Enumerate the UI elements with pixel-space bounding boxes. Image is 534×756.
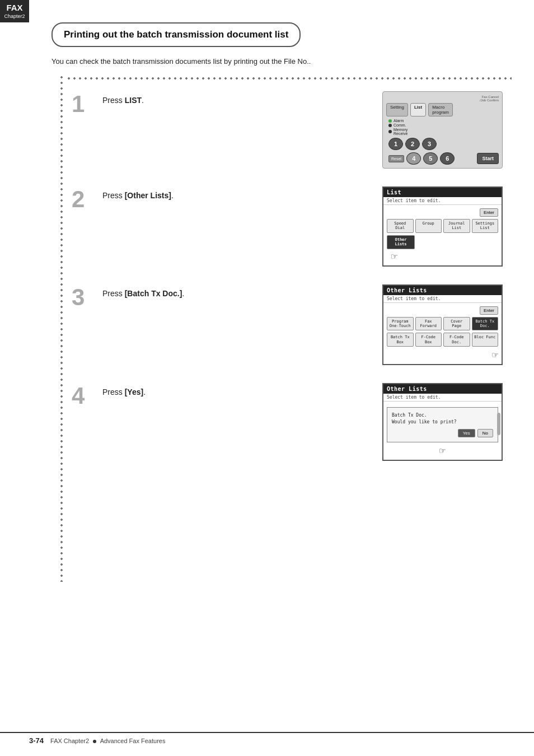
list-screen: List Select item to edit. Enter Speed Di… bbox=[382, 186, 503, 267]
list-button[interactable]: List bbox=[410, 103, 426, 116]
other-lists-btn[interactable]: OtherLists bbox=[387, 235, 415, 249]
page-title: Printing out the batch transmission docu… bbox=[64, 29, 288, 40]
other-lists-row2: Batch TxBox F-Code Box F-CodeDoc. Bloc F… bbox=[387, 333, 498, 347]
other-lists-subtitle: Select item to edit. bbox=[383, 295, 502, 303]
step-4-screenshot: Other Lists Select item to edit. Batch T… bbox=[382, 383, 503, 461]
scrollbar[interactable] bbox=[497, 413, 500, 435]
step-4-key: [Yes] bbox=[125, 388, 143, 396]
macro-program-button[interactable]: Macroprogram bbox=[428, 103, 453, 116]
confirm-dialog-buttons: Yes No bbox=[392, 429, 493, 437]
step-4-instruction: Press [Yes]. bbox=[102, 388, 371, 396]
enter-button[interactable]: Enter bbox=[480, 208, 498, 217]
step-3-key: [Batch Tx Doc.] bbox=[125, 289, 182, 298]
batch-tx-doc-btn[interactable]: Batch TxDoc. bbox=[472, 317, 499, 331]
list-buttons-row2: OtherLists bbox=[387, 235, 498, 249]
step-2-number: 2 bbox=[72, 186, 102, 267]
num-btn-4[interactable]: 4 bbox=[406, 152, 421, 165]
intro-text: You can check the batch transmission doc… bbox=[51, 57, 512, 66]
hand-cursor-2: ☞ bbox=[387, 250, 498, 262]
confirm-screen: Other Lists Select item to edit. Batch T… bbox=[382, 383, 503, 461]
num-btn-2[interactable]: 2 bbox=[405, 138, 420, 150]
footer-chapter: FAX Chapter2 bbox=[50, 738, 89, 744]
journal-list-btn[interactable]: JournalList bbox=[443, 219, 470, 233]
step-1-screenshot: Fax Cancel/Job Confirm Setting List Macr… bbox=[382, 91, 503, 169]
num-btn-3[interactable]: 3 bbox=[422, 138, 437, 150]
start-button[interactable]: Start bbox=[477, 153, 499, 164]
horizontal-dots-top bbox=[66, 74, 512, 82]
step-1-info: Press LIST. bbox=[102, 91, 371, 169]
step-2: 2 Press [Other Lists]. List Select item … bbox=[66, 178, 512, 276]
other-lists-screen: Other Lists Select item to edit. Enter P… bbox=[382, 284, 503, 366]
step-3-screenshot: Other Lists Select item to edit. Enter P… bbox=[382, 284, 503, 366]
footer-subtext: Advanced Fax Features bbox=[100, 738, 166, 744]
page-number: 3-74 bbox=[29, 736, 44, 745]
fax-indicators: Alarm Comm. MemoryReceive bbox=[386, 119, 499, 136]
footer-dot bbox=[93, 740, 96, 743]
fax-forward-btn[interactable]: FaxForward bbox=[415, 317, 442, 331]
confirm-screen-title: Other Lists bbox=[383, 384, 502, 394]
step-2-instruction: Press [Other Lists]. bbox=[102, 191, 371, 200]
group-btn[interactable]: Group bbox=[415, 219, 442, 233]
num-btn-6[interactable]: 6 bbox=[440, 152, 455, 165]
fax-panel-top-buttons: Setting List Macroprogram bbox=[386, 103, 499, 116]
other-lists-title: Other Lists bbox=[383, 286, 502, 295]
title-box: Printing out the batch transmission docu… bbox=[51, 22, 301, 47]
page-footer: 3-74 FAX Chapter2 Advanced Fax Features bbox=[0, 732, 534, 745]
num-btn-1[interactable]: 1 bbox=[388, 138, 403, 150]
footer-text: FAX Chapter2 Advanced Fax Features bbox=[50, 738, 165, 744]
hand-cursor-4: ☞ bbox=[387, 445, 498, 456]
list-screen-title: List bbox=[383, 188, 502, 197]
setting-button[interactable]: Setting bbox=[386, 103, 408, 116]
f-code-box-btn[interactable]: F-Code Box bbox=[415, 333, 442, 347]
step-2-info: Press [Other Lists]. bbox=[102, 186, 371, 267]
f-code-doc-btn[interactable]: F-CodeDoc. bbox=[443, 333, 470, 347]
step-1-number: 1 bbox=[72, 91, 102, 169]
fax-cancel-label: Fax Cancel/Job Confirm bbox=[386, 95, 499, 102]
fax-bottom-row: Reset 4 5 6 Start bbox=[386, 152, 499, 165]
other-lists-body: Enter ProgramOne-Touch FaxForward Cover … bbox=[383, 303, 502, 365]
speed-dial-btn[interactable]: Speed Dial bbox=[387, 219, 414, 233]
vertical-dots-decoration bbox=[57, 74, 66, 582]
bloc-func-btn[interactable]: Bloc Func bbox=[472, 333, 499, 347]
settings-list-btn[interactable]: SettingsList bbox=[472, 219, 499, 233]
no-button[interactable]: No bbox=[477, 429, 493, 437]
fax-number-buttons: 1 2 3 bbox=[386, 138, 499, 150]
fax-panel-image: Fax Cancel/Job Confirm Setting List Macr… bbox=[382, 91, 503, 169]
reset-button[interactable]: Reset bbox=[388, 155, 404, 162]
step-2-screenshot: List Select item to edit. Enter Speed Di… bbox=[382, 186, 503, 267]
yes-button[interactable]: Yes bbox=[458, 429, 475, 437]
cover-page-btn[interactable]: Cover Page bbox=[443, 317, 470, 331]
step-4-info: Press [Yes]. bbox=[102, 383, 371, 461]
fax-label: FAX bbox=[6, 3, 22, 12]
step-4: 4 Press [Yes]. Other Lists Select item t… bbox=[66, 374, 512, 470]
list-screen-body: Enter Speed Dial Group JournalList Setti… bbox=[383, 205, 502, 265]
list-screen-subtitle: Select item to edit. bbox=[383, 197, 502, 205]
enter-button-3[interactable]: Enter bbox=[480, 306, 498, 315]
bottom-spacer bbox=[66, 470, 512, 582]
step-2-key: [Other Lists] bbox=[125, 191, 171, 200]
step-3-number: 3 bbox=[72, 284, 102, 366]
num-btn-5[interactable]: 5 bbox=[423, 152, 438, 165]
list-buttons-row1: Speed Dial Group JournalList SettingsLis… bbox=[387, 219, 498, 233]
program-one-touch-btn[interactable]: ProgramOne-Touch bbox=[387, 317, 414, 331]
step-4-number: 4 bbox=[72, 383, 102, 461]
step-1: 1 Press LIST. Fax Cancel/Job Confirm Set… bbox=[66, 82, 512, 178]
step-1-instruction: Press LIST. bbox=[102, 96, 371, 105]
step-3-instruction: Press [Batch Tx Doc.]. bbox=[102, 289, 371, 298]
step-3: 3 Press [Batch Tx Doc.]. Other Lists Sel… bbox=[66, 276, 512, 375]
batch-tx-box-btn[interactable]: Batch TxBox bbox=[387, 333, 414, 347]
confirm-dialog: Batch Tx Doc.Would you like to print? Ye… bbox=[387, 407, 498, 442]
other-lists-row1: ProgramOne-Touch FaxForward Cover Page B… bbox=[387, 317, 498, 331]
confirm-screen-subtitle: Select item to edit. bbox=[383, 394, 502, 402]
step-1-key: LIST bbox=[125, 96, 142, 105]
chapter-label: Chapter2 bbox=[2, 14, 27, 20]
confirm-dialog-text: Batch Tx Doc.Would you like to print? bbox=[392, 412, 493, 426]
confirm-screen-body: Batch Tx Doc.Would you like to print? Ye… bbox=[383, 402, 502, 460]
fax-chapter-badge: FAX Chapter2 bbox=[0, 0, 29, 22]
step-3-info: Press [Batch Tx Doc.]. bbox=[102, 284, 371, 366]
hand-cursor-3: ☞ bbox=[387, 349, 498, 361]
